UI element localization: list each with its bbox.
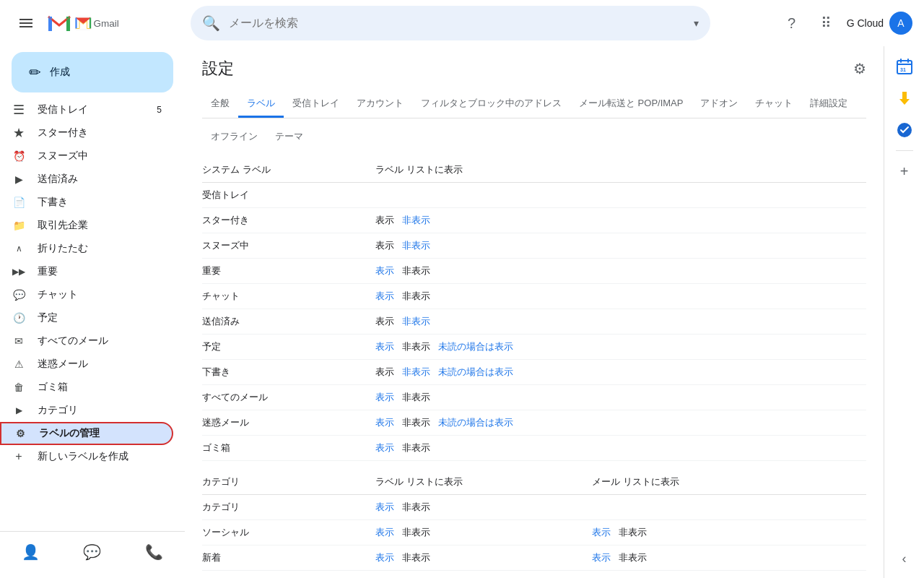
sidebar-item-label: すべてのメール	[38, 335, 162, 348]
settings-gear-icon[interactable]: ⚙	[853, 60, 866, 77]
compose-button[interactable]: ✏ 作成	[12, 52, 173, 92]
menu-button[interactable]	[12, 9, 40, 38]
hide-text: 非表示	[402, 501, 430, 512]
chat-bottom-button[interactable]: 💬	[78, 538, 107, 566]
sidebar-item-snoozed[interactable]: ⏰ スヌーズ中	[0, 144, 173, 168]
show-link[interactable]: 表示	[375, 552, 394, 563]
show-link[interactable]: 表示	[375, 392, 394, 402]
hide-link[interactable]: 非表示	[402, 215, 430, 225]
show-link[interactable]: 表示	[375, 442, 394, 453]
table-row: チャット 表示 非表示	[202, 284, 866, 309]
show-link[interactable]: 表示	[375, 290, 394, 301]
label-name: 下書き	[202, 360, 375, 385]
sidebar-item-label: 下書き	[38, 196, 162, 209]
tab-filters[interactable]: フィルタとブロック中のアドレス	[412, 91, 570, 118]
show-text: 表示	[375, 215, 394, 225]
sidebar-item-folded[interactable]: ∧ 折りたたむ	[0, 237, 173, 260]
sidebar-item-important[interactable]: ▶▶ 重要	[0, 260, 173, 283]
tab-offline[interactable]: オフライン	[202, 124, 266, 149]
content: 設定 ⚙ 全般 ラベル 受信トレイ アカウント フィルタとブロック中のアドレス …	[185, 46, 884, 578]
label-mail-visibility	[592, 360, 866, 385]
show-link[interactable]: 表示	[375, 265, 394, 276]
sidebar-item-categories[interactable]: ▶ カテゴリ	[0, 399, 173, 422]
sidebar-item-spam[interactable]: ⚠ 迷惑メール	[0, 353, 173, 376]
sidebar-item-inbox[interactable]: ☰ 受信トレイ 5	[0, 98, 173, 121]
show-link[interactable]: 表示	[375, 417, 394, 428]
contacts-button[interactable]: 👤	[17, 538, 45, 566]
main-tabs: 全般 ラベル 受信トレイ アカウント フィルタとブロック中のアドレス メール転送…	[202, 91, 866, 118]
unread-link[interactable]: 未読の場合は表示	[438, 366, 513, 377]
show-link[interactable]: 表示	[375, 341, 394, 352]
unread-link[interactable]: 未読の場合は表示	[438, 417, 513, 428]
sidebar-item-contacts[interactable]: 📁 取引先企業	[0, 214, 173, 237]
label-mail-visibility	[592, 335, 866, 360]
table-row: 下書き 表示 非表示 未読の場合は表示	[202, 360, 866, 385]
label-mail-visibility	[592, 436, 866, 461]
sidebar-item-label: 新しいラベルを作成	[38, 450, 162, 463]
tab-addons[interactable]: アドオン	[692, 91, 746, 118]
label-list-col-header: ラベル リストに表示	[375, 155, 592, 183]
unread-link[interactable]: 未読の場合は表示	[438, 341, 513, 352]
gmail-logo[interactable]: Gmail	[46, 10, 118, 36]
label-name: スター付き	[202, 208, 375, 233]
tab-forwarding[interactable]: メール転送と POP/IMAP	[570, 91, 692, 118]
sidebar-item-label: 取引先企業	[38, 219, 162, 232]
search-input[interactable]	[229, 17, 685, 30]
tab-labels[interactable]: ラベル	[238, 91, 284, 118]
label-visibility: 表示 非表示 未読の場合は表示	[375, 410, 592, 436]
hide-link[interactable]: 非表示	[402, 366, 430, 377]
keep-icon[interactable]	[890, 84, 919, 113]
important-icon: ▶▶	[12, 267, 26, 277]
table-row: 受信トレイ	[202, 183, 866, 208]
drafts-icon: 📄	[12, 197, 26, 208]
category-mail-visibility: 表示 非表示	[592, 545, 866, 571]
gmail-logo-icon	[46, 10, 72, 36]
sidebar-item-chat[interactable]: 💬 チャット	[0, 283, 173, 306]
sidebar-item-new-label[interactable]: + 新しいラベルを作成	[0, 445, 173, 468]
expand-panel-icon[interactable]: ‹	[897, 545, 912, 572]
categories-table: カテゴリ ラベル リストに表示 メール リストに表示 カテゴリ 表示 非表示	[202, 467, 866, 571]
search-bar[interactable]: 🔍 ▾	[191, 6, 710, 40]
category-name: ソーシャル	[202, 520, 375, 545]
sidebar-item-sent[interactable]: ▶ 送信済み	[0, 168, 173, 191]
scheduled-icon: 🕐	[12, 312, 26, 324]
tab-accounts[interactable]: アカウント	[348, 91, 412, 118]
tab-all[interactable]: 全般	[202, 91, 238, 118]
sidebar-item-label: 迷惑メール	[38, 358, 162, 371]
help-button[interactable]: ?	[777, 9, 806, 38]
sidebar-item-all[interactable]: ✉ すべてのメール	[0, 329, 173, 353]
table-row: ソーシャル 表示 非表示 表示 非表示	[202, 520, 866, 545]
show-link[interactable]: 表示	[375, 501, 394, 512]
hide-link[interactable]: 非表示	[402, 240, 430, 251]
mail-show-link[interactable]: 表示	[592, 527, 611, 538]
mail-show-link[interactable]: 表示	[592, 552, 611, 563]
category-label-visibility: 表示 非表示	[375, 520, 592, 545]
sidebar-item-scheduled[interactable]: 🕐 予定	[0, 306, 173, 329]
tab-theme[interactable]: テーマ	[266, 124, 312, 149]
label-visibility: 表示 非表示	[375, 385, 592, 410]
sidebar-item-drafts[interactable]: 📄 下書き	[0, 191, 173, 214]
trash-icon: 🗑	[12, 381, 26, 393]
star-icon: ★	[12, 125, 26, 141]
tasks-icon[interactable]	[890, 116, 919, 144]
sidebar-item-trash[interactable]: 🗑 ゴミ箱	[0, 376, 173, 399]
show-link[interactable]: 表示	[375, 527, 394, 538]
avatar[interactable]: A	[889, 12, 912, 35]
label-name: チャット	[202, 284, 375, 309]
labels-table: システム ラベル ラベル リストに表示 受信トレイ スター付き 表示	[202, 155, 866, 461]
tab-inbox[interactable]: 受信トレイ	[284, 91, 348, 118]
gmail-text-logo: Gmail	[75, 13, 118, 33]
calendar-icon[interactable]: 31	[890, 52, 919, 81]
add-app-icon[interactable]: +	[890, 157, 919, 186]
phone-button[interactable]: 📞	[139, 538, 168, 566]
label-visibility	[375, 183, 592, 208]
sidebar-item-starred[interactable]: ★ スター付き	[0, 121, 173, 144]
all-mail-icon: ✉	[12, 335, 26, 347]
label-visibility: 表示 非表示 未読の場合は表示	[375, 335, 592, 360]
tab-chat[interactable]: チャット	[746, 91, 801, 118]
apps-button[interactable]: ⠿	[812, 9, 841, 38]
search-dropdown-icon[interactable]: ▾	[694, 17, 699, 29]
hide-link[interactable]: 非表示	[402, 316, 430, 327]
tab-advanced[interactable]: 詳細設定	[801, 91, 856, 118]
sidebar-item-labels[interactable]: ⚙ ラベルの管理	[0, 422, 173, 445]
